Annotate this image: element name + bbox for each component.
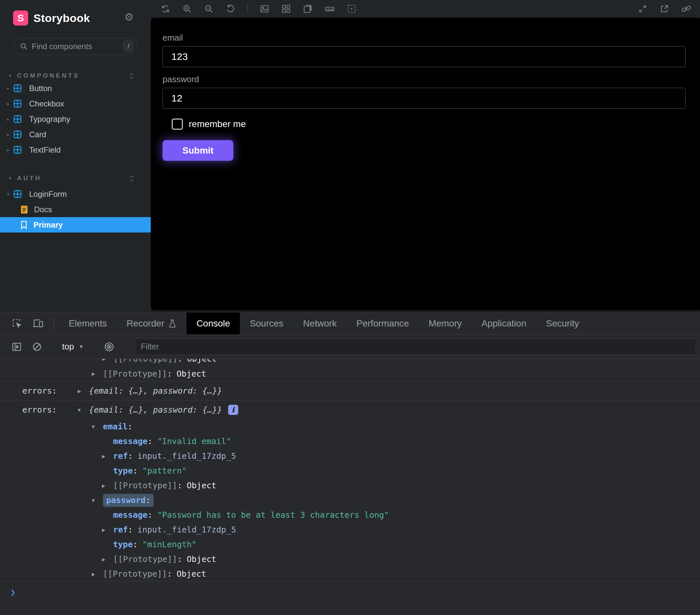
expand-arrow-icon[interactable]: ▶ — [102, 453, 113, 459]
storybook-logo[interactable]: S — [13, 11, 28, 26]
info-icon[interactable]: i — [228, 405, 238, 415]
canvas-toolbar-left — [161, 4, 357, 14]
component-icon — [13, 84, 22, 93]
sidebar-item-checkbox[interactable]: ▸ Checkbox — [0, 96, 151, 111]
collapse-arrow-icon[interactable]: ▼ — [92, 497, 103, 503]
tab-label: Recorder — [126, 318, 164, 329]
console-filter-input[interactable] — [135, 338, 696, 355]
console-tree-row: ▶ ref: input._field_17zdp_5 — [0, 449, 700, 463]
devtools-tabbar: Elements Recorder Console Sources Networ… — [0, 312, 700, 335]
object-preview[interactable]: {email: {…}, password: {…}} — [89, 386, 222, 396]
property-key: password — [106, 496, 146, 505]
context-selector[interactable]: top ▼ — [57, 342, 89, 352]
tab-memory[interactable]: Memory — [419, 312, 472, 334]
chevron-right-icon[interactable]: ▸ — [5, 101, 11, 107]
tab-elements[interactable]: Elements — [59, 312, 117, 334]
outline-icon[interactable] — [347, 4, 357, 14]
expand-arrow-icon[interactable]: ▶ — [102, 482, 113, 489]
story-preview: email password remember me Submit — [151, 18, 700, 310]
tab-label: Sources — [250, 318, 284, 329]
collapse-arrow-icon[interactable]: ▼ — [92, 424, 103, 430]
device-toolbar-icon[interactable] — [27, 312, 49, 334]
console-sidebar-toggle-icon[interactable] — [7, 341, 27, 353]
sidebar-item-primary[interactable]: Primary — [0, 217, 151, 232]
sidebar-item-typography[interactable]: ▸ Typography — [0, 111, 151, 127]
prototype-key: [[Prototype]] — [113, 481, 177, 490]
collapse-arrow-icon[interactable]: ▼ — [78, 407, 89, 413]
tab-performance[interactable]: Performance — [347, 312, 419, 334]
chevron-right-icon[interactable]: ▸ — [5, 147, 11, 153]
colon: : — [178, 359, 183, 363]
sidebar-item-loginform[interactable]: ▾ LoginForm — [0, 186, 151, 202]
chevron-right-icon[interactable]: ▸ — [5, 86, 11, 91]
tab-application[interactable]: Application — [472, 312, 536, 334]
sidebar-item-textfield[interactable]: ▸ TextField — [0, 142, 151, 157]
submit-button[interactable]: Submit — [163, 140, 233, 161]
expand-arrow-icon[interactable]: ▶ — [78, 388, 89, 394]
sidebar-item-docs[interactable]: Docs — [0, 202, 151, 217]
password-label: password — [163, 74, 686, 85]
sidebar-item-label: Primary — [34, 220, 63, 230]
console-tree-row: ▶ ref: input._field_17zdp_5 — [0, 522, 700, 537]
chevron-down-icon[interactable]: ▾ — [5, 191, 11, 197]
string-value: "pattern" — [142, 466, 186, 475]
zoom-in-icon[interactable] — [182, 4, 192, 14]
grid-icon[interactable] — [281, 4, 291, 14]
password-field[interactable] — [163, 88, 686, 109]
zoom-out-icon[interactable] — [204, 4, 214, 14]
remember-checkbox[interactable] — [172, 118, 183, 130]
gear-icon[interactable]: ⚙ — [124, 12, 134, 22]
chevron-right-icon[interactable]: ▸ — [5, 132, 11, 138]
collapse-section-icon[interactable] — [128, 72, 135, 80]
sidebar-item-label: TextField — [29, 145, 61, 155]
remount-icon[interactable] — [161, 4, 171, 14]
expand-arrow-icon[interactable]: ▶ — [92, 370, 103, 377]
bookmark-icon — [20, 220, 27, 230]
zoom-reset-icon[interactable] — [225, 4, 235, 14]
sidebar-item-card[interactable]: ▸ Card — [0, 127, 151, 142]
colon: : — [148, 437, 152, 446]
tab-sources[interactable]: Sources — [240, 312, 293, 334]
toolbar-divider — [247, 4, 248, 14]
console-prompt[interactable]: ❯ — [0, 581, 700, 615]
collapse-section-icon[interactable] — [128, 175, 135, 182]
expand-arrow-icon[interactable]: ▶ — [102, 556, 113, 563]
copy-link-icon[interactable] — [681, 4, 691, 14]
backgrounds-icon[interactable] — [260, 4, 270, 14]
viewports-icon[interactable] — [303, 4, 313, 14]
auth-section-header[interactable]: ▾ AUTH — [0, 173, 151, 183]
search-input[interactable] — [32, 42, 124, 51]
console-row-errors-collapsed: errors: ▶ {email: {…}, password: {…}} — [0, 381, 700, 400]
tab-security[interactable]: Security — [536, 312, 589, 334]
measure-icon[interactable] — [324, 4, 335, 14]
devtools-panel: Elements Recorder Console Sources Networ… — [0, 312, 700, 615]
tab-network[interactable]: Network — [293, 312, 347, 334]
colon: : — [167, 369, 172, 379]
colon: : — [177, 481, 182, 490]
console-tree-row: ▶ [[Prototype]]: Object — [0, 566, 700, 581]
fullscreen-icon[interactable] — [638, 4, 648, 14]
tab-console[interactable]: Console — [186, 312, 240, 334]
components-section-header[interactable]: ▾ COMPONENTS — [0, 71, 151, 80]
expand-arrow-icon[interactable]: ▶ — [102, 359, 113, 362]
sidebar-item-button[interactable]: ▸ Button — [0, 80, 151, 96]
console-tree-row: ▶ [[Prototype]]: Object — [0, 478, 700, 493]
inspect-element-icon[interactable] — [7, 312, 27, 334]
expand-arrow-icon[interactable]: ▶ — [102, 527, 113, 533]
object-preview[interactable]: {email: {…}, password: {…}} — [89, 405, 222, 414]
tab-recorder[interactable]: Recorder — [117, 312, 186, 334]
email-field[interactable] — [163, 46, 686, 67]
canvas-panel: email password remember me Submit — [151, 0, 700, 312]
chevron-down-icon: ▾ — [7, 175, 13, 182]
expand-arrow-icon[interactable]: ▶ — [92, 571, 103, 577]
live-expression-eye-icon[interactable] — [99, 341, 120, 353]
property-key: message — [113, 510, 148, 520]
log-label: errors: — [0, 386, 57, 396]
search-box[interactable]: / — [13, 38, 138, 55]
console-tree-row: type: "minLength" — [0, 537, 700, 552]
clear-console-icon[interactable] — [27, 341, 47, 353]
chevron-right-icon[interactable]: ▸ — [5, 116, 11, 122]
open-external-icon[interactable] — [659, 4, 669, 14]
console-tree-row: message: "Password has to be at least 3 … — [0, 508, 700, 522]
canvas-toolbar-right — [638, 4, 691, 14]
